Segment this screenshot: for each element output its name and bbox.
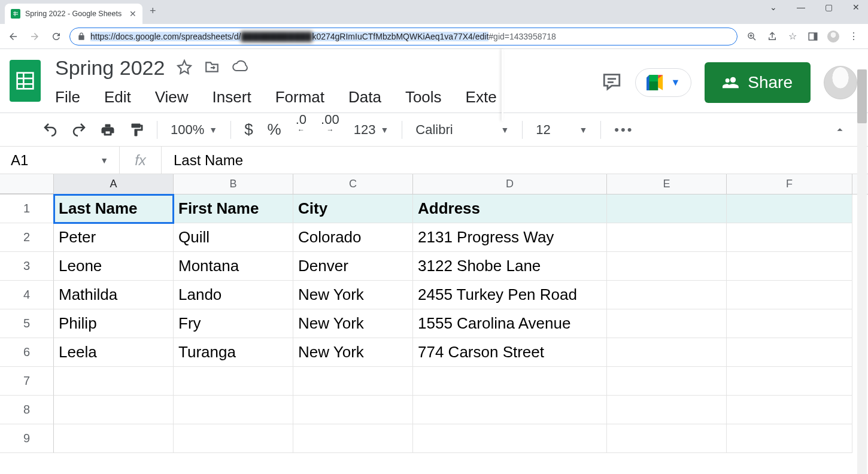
cell[interactable] <box>727 424 852 453</box>
menu-tools[interactable]: Tools <box>405 88 442 107</box>
cell[interactable]: Leela <box>54 338 174 367</box>
menu-extensions[interactable]: Exte <box>466 88 497 107</box>
cloud-status-icon[interactable] <box>232 60 250 77</box>
cell[interactable]: Montana <box>174 252 293 281</box>
cell[interactable] <box>174 396 293 424</box>
cell[interactable] <box>413 424 607 453</box>
col-header-a[interactable]: A <box>54 174 174 194</box>
cell[interactable] <box>607 396 727 424</box>
cell[interactable] <box>293 424 413 453</box>
cell[interactable] <box>607 338 727 367</box>
menu-edit[interactable]: Edit <box>104 88 131 107</box>
cell[interactable] <box>607 281 727 309</box>
comments-icon[interactable] <box>602 71 622 94</box>
decrease-decimal-button[interactable]: .0← <box>289 113 314 146</box>
cell[interactable]: First Name <box>174 195 293 223</box>
paint-format-button[interactable] <box>122 113 151 146</box>
cell[interactable] <box>607 223 727 252</box>
url-input[interactable]: https://docs.google.com/spreadsheets/d/█… <box>69 28 738 45</box>
cell[interactable]: City <box>293 195 413 223</box>
cell[interactable]: Fry <box>174 309 293 338</box>
share-button[interactable]: Share <box>705 62 811 103</box>
print-button[interactable] <box>93 113 122 146</box>
cell[interactable] <box>54 367 174 396</box>
more-formats-button[interactable]: 123▼ <box>347 113 396 146</box>
meet-button[interactable]: ▼ <box>635 68 691 97</box>
window-close-icon[interactable]: ✕ <box>848 2 864 12</box>
row-header[interactable]: 7 <box>0 367 54 396</box>
nav-back-button[interactable] <box>5 28 22 45</box>
browser-tab[interactable]: Spring 2022 - Google Sheets ✕ <box>5 4 142 24</box>
cell[interactable] <box>727 281 852 309</box>
toolbar-overflow-button[interactable]: ••• <box>607 113 641 146</box>
cell[interactable]: New York <box>293 338 413 367</box>
cell[interactable]: Turanga <box>174 338 293 367</box>
cell[interactable]: Quill <box>174 223 293 252</box>
cell[interactable]: Colorado <box>293 223 413 252</box>
row-header[interactable]: 6 <box>0 338 54 367</box>
format-currency-button[interactable]: $ <box>237 113 260 146</box>
row-header[interactable]: 4 <box>0 281 54 309</box>
cell[interactable] <box>413 367 607 396</box>
cell[interactable]: New York <box>293 309 413 338</box>
chrome-profile-avatar[interactable] <box>827 31 839 42</box>
menu-insert[interactable]: Insert <box>213 88 251 107</box>
chrome-menu-icon[interactable]: ⋮ <box>848 31 860 42</box>
menu-view[interactable]: View <box>155 88 189 107</box>
cell[interactable] <box>54 396 174 424</box>
zoom-icon[interactable] <box>746 31 758 42</box>
menu-data[interactable]: Data <box>348 88 381 107</box>
cell[interactable]: 1555 Carolina Avenue <box>413 309 607 338</box>
cell[interactable]: 2131 Progress Way <box>413 223 607 252</box>
name-box[interactable]: A1▼ <box>0 147 120 174</box>
row-header[interactable]: 1 <box>0 195 54 223</box>
cell[interactable]: Philip <box>54 309 174 338</box>
undo-button[interactable] <box>36 113 65 146</box>
cell[interactable] <box>293 396 413 424</box>
window-maximize-icon[interactable]: ▢ <box>820 2 837 12</box>
select-all-corner[interactable] <box>0 174 54 194</box>
cell[interactable]: 3122 Shobe Lane <box>413 252 607 281</box>
collapse-toolbar-button[interactable] <box>826 113 854 146</box>
col-header-b[interactable]: B <box>174 174 293 194</box>
cell[interactable] <box>727 195 852 223</box>
vertical-scrollbar[interactable] <box>857 69 867 474</box>
window-minimize-icon[interactable]: ― <box>793 2 809 12</box>
cell[interactable]: Lando <box>174 281 293 309</box>
cell[interactable]: Last Name <box>54 195 174 223</box>
col-header-d[interactable]: D <box>413 174 607 194</box>
row-header[interactable]: 8 <box>0 396 54 424</box>
cell[interactable] <box>413 396 607 424</box>
cell[interactable] <box>727 367 852 396</box>
zoom-select[interactable]: 100%▼ <box>163 113 224 146</box>
cell[interactable] <box>174 367 293 396</box>
cell[interactable] <box>727 252 852 281</box>
font-select[interactable]: Calibri▼ <box>408 113 516 146</box>
cell[interactable]: New York <box>293 281 413 309</box>
cell[interactable] <box>54 424 174 453</box>
scrollbar-thumb[interactable] <box>857 69 867 123</box>
col-header-e[interactable]: E <box>607 174 727 194</box>
menu-format[interactable]: Format <box>275 88 324 107</box>
cell[interactable] <box>607 309 727 338</box>
cell[interactable] <box>174 424 293 453</box>
cell[interactable] <box>607 424 727 453</box>
cell[interactable] <box>293 367 413 396</box>
nav-reload-button[interactable] <box>48 28 65 45</box>
sheets-logo-icon[interactable] <box>10 60 41 102</box>
row-header[interactable]: 2 <box>0 223 54 252</box>
row-header[interactable]: 3 <box>0 252 54 281</box>
cell[interactable]: Mathilda <box>54 281 174 309</box>
cell[interactable]: Address <box>413 195 607 223</box>
row-header[interactable]: 5 <box>0 309 54 338</box>
share-url-icon[interactable] <box>766 31 778 42</box>
format-percent-button[interactable]: % <box>260 113 289 146</box>
cell[interactable] <box>727 223 852 252</box>
increase-decimal-button[interactable]: .00→ <box>314 113 347 146</box>
formula-input[interactable]: Last Name <box>162 152 243 169</box>
col-header-f[interactable]: F <box>727 174 852 194</box>
cell[interactable] <box>607 195 727 223</box>
cell[interactable] <box>727 338 852 367</box>
row-header[interactable]: 9 <box>0 424 54 453</box>
col-header-c[interactable]: C <box>293 174 413 194</box>
